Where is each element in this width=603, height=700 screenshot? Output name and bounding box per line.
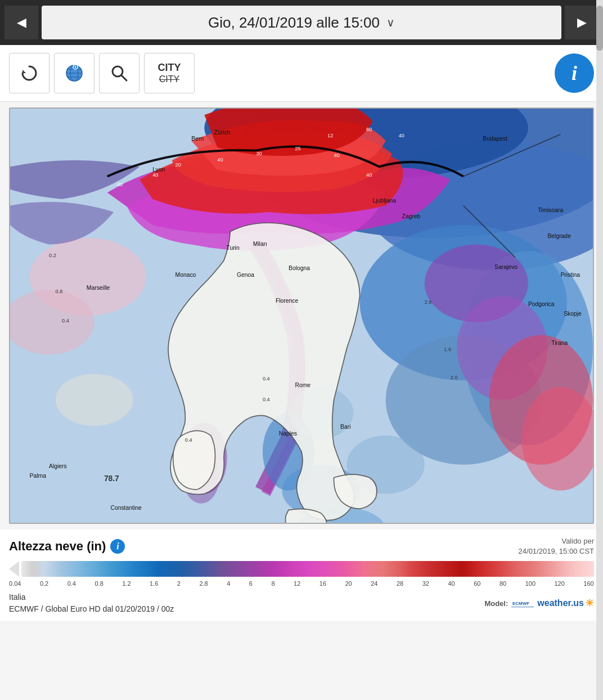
svg-text:Rome: Rome xyxy=(295,382,310,388)
city-label-top: CITY xyxy=(158,62,181,74)
svg-text:25: 25 xyxy=(295,146,300,151)
globe-button[interactable] xyxy=(54,53,94,93)
svg-text:0.4: 0.4 xyxy=(263,397,270,402)
svg-text:Tirana: Tirana xyxy=(551,340,568,346)
legend-label-2: 0.4 xyxy=(68,580,76,587)
legend-valid: Valido per 24/01/2019, 15:00 CST xyxy=(519,536,594,557)
scrollbar-thumb[interactable] xyxy=(596,6,603,51)
svg-point-7 xyxy=(75,66,76,68)
svg-text:Bari: Bari xyxy=(340,424,350,430)
weather-us-logo: weather.us ☀ xyxy=(537,597,594,609)
svg-text:40: 40 xyxy=(152,172,158,178)
svg-text:Zürich: Zürich xyxy=(214,129,231,136)
legend-label-22: 160 xyxy=(583,580,593,587)
date-selector[interactable]: Gio, 24/01/2019 alle 15:00 ∨ xyxy=(42,6,561,39)
legend-info-button[interactable]: i xyxy=(110,539,125,554)
search-button[interactable] xyxy=(99,53,140,93)
legend-label-14: 24 xyxy=(371,580,377,587)
legend-label-18: 60 xyxy=(474,580,480,587)
svg-text:Sarajevo: Sarajevo xyxy=(494,264,518,270)
navigation-bar: ◀ Gio, 24/01/2019 alle 15:00 ∨ ▶ xyxy=(0,0,603,45)
legend-label-7: 2.8 xyxy=(199,580,208,587)
svg-point-24 xyxy=(56,374,133,426)
legend-area: Altezza neve (in) i Valido per 24/01/201… xyxy=(0,530,603,621)
legend-label-10: 8 xyxy=(271,580,274,587)
legend-label-12: 16 xyxy=(320,580,326,587)
svg-text:2.0: 2.0 xyxy=(451,375,458,380)
model-label: Model: xyxy=(484,599,508,608)
svg-text:0.4: 0.4 xyxy=(62,318,69,324)
legend-label-17: 40 xyxy=(448,580,454,587)
svg-line-9 xyxy=(122,75,127,80)
legend-label-5: 1.6 xyxy=(150,580,158,587)
legend-footer-left: Italia ECMWF / Global Euro HD dal 01/20/… xyxy=(9,591,174,615)
svg-text:Turin: Turin xyxy=(226,245,239,251)
svg-text:1.6: 1.6 xyxy=(444,347,451,352)
svg-text:Pristina: Pristina xyxy=(560,272,580,278)
legend-color-bar xyxy=(21,561,594,577)
svg-text:Monaco: Monaco xyxy=(176,272,196,278)
refresh-button[interactable] xyxy=(9,53,50,93)
legend-label-15: 28 xyxy=(397,580,403,587)
svg-text:ECMWF: ECMWF xyxy=(512,601,529,606)
svg-text:Palma: Palma xyxy=(30,473,47,479)
svg-text:60: 60 xyxy=(366,127,372,132)
legend-label-0: 0.04 xyxy=(9,580,21,587)
legend-label-1: 0.2 xyxy=(40,580,48,587)
svg-text:0.2: 0.2 xyxy=(49,253,56,258)
svg-text:Podgorica: Podgorica xyxy=(528,301,555,307)
legend-bar-wrapper xyxy=(9,561,594,577)
city-label-bottom: CITY xyxy=(159,74,179,84)
svg-text:2.8: 2.8 xyxy=(425,299,432,305)
legend-label-19: 80 xyxy=(500,580,506,587)
search-icon xyxy=(109,63,129,83)
legend-label-9: 6 xyxy=(249,580,253,587)
date-text: Gio, 24/01/2019 alle 15:00 xyxy=(208,14,380,32)
svg-marker-0 xyxy=(22,70,26,73)
svg-text:0.8: 0.8 xyxy=(56,289,63,294)
svg-text:40: 40 xyxy=(117,182,123,187)
svg-text:Constantine: Constantine xyxy=(110,505,142,511)
legend-valid-label: Valido per xyxy=(561,537,594,545)
prev-button[interactable]: ◀ xyxy=(4,6,38,39)
legend-labels: 0.04 0.2 0.4 0.8 1.2 1.6 2 2.8 4 6 8 12 … xyxy=(9,579,594,588)
legend-footer-right: Model: ECMWF weather.us ☀ xyxy=(484,595,594,612)
svg-text:Skopje: Skopje xyxy=(564,311,582,317)
svg-text:Zagreb: Zagreb xyxy=(402,213,420,219)
svg-text:Florence: Florence xyxy=(276,298,299,304)
weather-map[interactable]: Turin Milan Genoa Bologna Florence Rome … xyxy=(9,107,594,524)
legend-label-13: 20 xyxy=(345,580,352,587)
globe-icon xyxy=(63,62,86,84)
svg-text:Bologna: Bologna xyxy=(289,265,310,271)
city-button[interactable]: CITY CITY xyxy=(144,53,195,93)
legend-footer: Italia ECMWF / Global Euro HD dal 01/20/… xyxy=(9,591,594,615)
svg-text:40: 40 xyxy=(399,133,404,138)
info-button[interactable]: i xyxy=(555,53,594,93)
svg-text:Budapest: Budapest xyxy=(483,136,507,142)
svg-text:12: 12 xyxy=(327,133,333,138)
weather-brand-text: weather.us xyxy=(537,598,584,608)
info-icon: i xyxy=(572,61,577,85)
svg-text:Ljubljana: Ljubljana xyxy=(373,198,397,204)
svg-text:Timisoara: Timisoara xyxy=(538,207,563,213)
legend-title: Altezza neve (in) xyxy=(9,539,106,554)
svg-text:40: 40 xyxy=(217,157,223,163)
sun-icon: ☀ xyxy=(585,597,594,609)
svg-text:Milan: Milan xyxy=(253,241,267,247)
ecmwf-logo: ECMWF xyxy=(511,595,534,612)
legend-title-left: Altezza neve (in) i xyxy=(9,539,125,554)
legend-country: Italia xyxy=(9,591,174,603)
legend-label-21: 120 xyxy=(554,580,564,587)
toolbar: CITY CITY i xyxy=(0,45,603,102)
next-button[interactable]: ▶ xyxy=(565,6,598,39)
chevron-down-icon: ∨ xyxy=(386,16,395,29)
legend-label-3: 0.8 xyxy=(94,580,103,587)
scrollbar[interactable] xyxy=(596,0,603,700)
legend-label-11: 12 xyxy=(294,580,300,587)
legend-model-source: ECMWF / Global Euro HD dal 01/20/2019 / … xyxy=(9,603,174,615)
legend-label-6: 2 xyxy=(177,580,181,587)
refresh-icon xyxy=(19,63,39,83)
svg-text:Marseille: Marseille xyxy=(87,285,110,291)
svg-text:Genoa: Genoa xyxy=(237,272,254,278)
svg-text:Bern: Bern xyxy=(191,136,204,142)
